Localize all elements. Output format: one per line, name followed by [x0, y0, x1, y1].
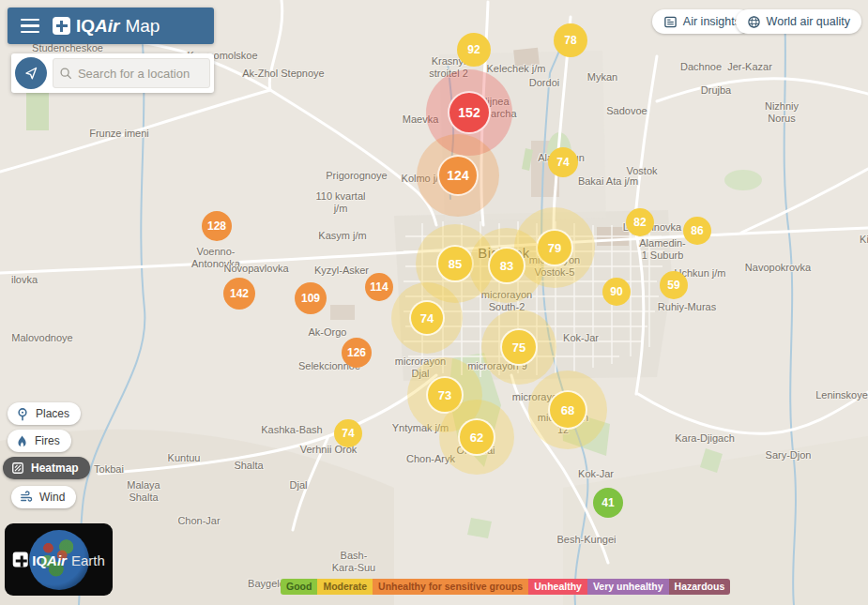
aqi-marker-value: 74 [548, 147, 578, 177]
iqair-plus-icon [53, 17, 70, 35]
aqi-marker[interactable]: 124 [437, 155, 479, 196]
iqair-logo: IQAir Map [53, 16, 160, 37]
heatmap-layer-button[interactable]: Heatmap [3, 457, 90, 479]
aqi-marker-value: 85 [436, 245, 474, 282]
aqi-marker-value: 90 [602, 278, 631, 306]
aqi-marker-value: 92 [457, 33, 491, 67]
world-air-quality-button[interactable]: World air quality [736, 9, 861, 34]
aqi-marker[interactable]: 68 [548, 390, 587, 430]
aqi-marker-value: 114 [365, 273, 393, 301]
earth-brand-name: IQAir [32, 552, 67, 567]
legend-item-unhealthy: Unhealthy [528, 579, 587, 595]
aqi-marker[interactable]: 82 [626, 208, 654, 236]
legend-item-very-unhealthy: Very unhealthy [587, 579, 669, 595]
aqi-marker[interactable]: 86 [683, 217, 711, 245]
pin-icon [16, 407, 29, 421]
aqi-marker[interactable]: 109 [295, 282, 327, 314]
aqi-marker-value: 41 [593, 488, 623, 518]
legend-item-unhealthy-for-sensitive-groups: Unhealthy for sensitive groups [373, 579, 528, 595]
search-icon [59, 66, 72, 81]
aqi-marker-value: 74 [409, 300, 445, 336]
world-air-quality-label: World air quality [767, 15, 850, 28]
aqi-marker[interactable]: 75 [500, 328, 538, 366]
app-name: Map [125, 16, 160, 37]
news-icon [663, 15, 678, 29]
aqi-marker[interactable]: 128 [202, 211, 232, 241]
aqi-marker-value: 128 [202, 211, 232, 241]
aqi-legend: GoodModerateUnhealthy for sensitive grou… [281, 579, 730, 595]
places-label: Places [36, 407, 69, 420]
aqi-marker[interactable]: 142 [223, 278, 255, 310]
aqi-marker[interactable]: 74 [548, 147, 578, 177]
fires-label: Fires [35, 434, 60, 447]
aqi-marker[interactable]: 92 [457, 33, 491, 67]
aqi-marker-value: 62 [458, 418, 495, 456]
aqi-marker[interactable]: 90 [602, 278, 631, 306]
aqi-marker-value: 59 [660, 271, 688, 299]
legend-item-moderate: Moderate [317, 579, 373, 595]
fires-layer-button[interactable]: Fires [8, 430, 71, 452]
wind-icon [20, 491, 33, 504]
wind-layer-button[interactable]: Wind [11, 486, 76, 508]
app-header: IQAir Map [8, 8, 214, 44]
iqair-map-app: StudencheskoeKomsomolskoeAk-Zhol Stepnoy… [0, 0, 868, 605]
aqi-marker[interactable]: 74 [334, 419, 362, 447]
earth-brand: IQAir Earth [12, 552, 105, 567]
aqi-marker[interactable]: 62 [458, 418, 495, 456]
aqi-marker-value: 86 [683, 217, 711, 245]
flame-icon [16, 434, 28, 448]
aqi-marker[interactable]: 85 [436, 245, 474, 282]
iqair-plus-icon [12, 552, 27, 567]
aqi-marker-value: 142 [223, 278, 255, 310]
aqi-marker[interactable]: 83 [488, 247, 525, 284]
aqi-marker[interactable]: 59 [660, 271, 688, 299]
aqi-marker[interactable]: 114 [365, 273, 393, 301]
aqi-marker[interactable]: 126 [342, 338, 372, 368]
heatmap-icon [11, 461, 24, 475]
locate-me-button[interactable] [15, 57, 47, 89]
brand-name: IQAir [76, 16, 119, 37]
aqi-marker-value: 74 [334, 419, 362, 447]
aqi-marker-value: 124 [437, 155, 479, 196]
heatmap-label: Heatmap [31, 461, 79, 475]
search-field[interactable] [53, 58, 210, 88]
aqi-marker[interactable]: 74 [409, 300, 445, 336]
legend-item-hazardous: Hazardous [669, 579, 731, 595]
places-layer-button[interactable]: Places [8, 402, 81, 425]
iqair-earth-badge[interactable]: IQAir Earth [5, 523, 113, 596]
legend-item-good: Good [281, 579, 317, 595]
aqi-marker-value: 68 [548, 390, 587, 430]
wind-label: Wind [39, 491, 65, 504]
search-input[interactable] [78, 67, 204, 81]
menu-icon[interactable] [21, 19, 39, 34]
globe-icon [747, 15, 761, 29]
aqi-marker-value: 126 [342, 338, 372, 368]
aqi-marker[interactable]: 152 [448, 91, 491, 134]
air-insights-label: Air insights [683, 15, 740, 28]
navigation-arrow-icon [23, 66, 38, 81]
aqi-marker-value: 78 [554, 23, 587, 57]
earth-suffix: Earth [71, 552, 105, 567]
aqi-marker[interactable]: 41 [593, 488, 623, 518]
aqi-marker-value: 75 [500, 328, 538, 366]
aqi-marker-value: 152 [448, 91, 491, 134]
aqi-marker-value: 109 [295, 282, 327, 314]
aqi-marker[interactable]: 78 [554, 23, 587, 57]
aqi-marker-value: 83 [488, 247, 525, 284]
search-panel [11, 53, 214, 93]
aqi-marker-value: 82 [626, 208, 654, 236]
